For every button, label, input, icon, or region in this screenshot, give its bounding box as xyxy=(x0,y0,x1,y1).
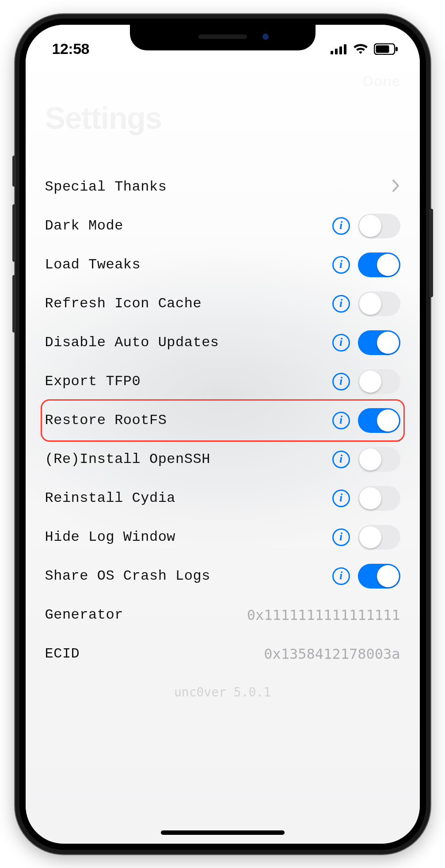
row-label: Refresh Icon Cache xyxy=(45,295,202,312)
row-generator[interactable]: Generator 0x1111111111111111 xyxy=(26,596,420,635)
row-label: Dark Mode xyxy=(45,218,123,234)
row-value: 0x1111111111111111 xyxy=(247,607,400,623)
row-label: (Re)Install OpenSSH xyxy=(45,451,210,467)
row-label: ECID xyxy=(45,646,80,662)
info-icon[interactable]: i xyxy=(332,295,350,313)
info-icon[interactable]: i xyxy=(332,489,350,507)
row-label: Reinstall Cydia xyxy=(45,490,176,506)
row-special-thanks[interactable]: Special Thanks xyxy=(26,168,420,206)
row-hide-log-window: Hide Log Window i xyxy=(26,518,420,557)
row-restore-rootfs: Restore RootFS i xyxy=(26,401,420,440)
toggle-refresh-icon-cache[interactable] xyxy=(358,291,400,316)
chevron-right-icon xyxy=(392,179,400,195)
row-share-os-crash-logs: Share OS Crash Logs i xyxy=(26,557,420,596)
info-icon[interactable]: i xyxy=(332,373,350,390)
info-icon[interactable]: i xyxy=(332,412,350,429)
done-button[interactable]: Done xyxy=(363,73,400,90)
row-label: Disable Auto Updates xyxy=(45,334,219,351)
row-refresh-icon-cache: Refresh Icon Cache i xyxy=(26,284,420,323)
row-disable-auto-updates: Disable Auto Updates i xyxy=(26,323,420,362)
svg-rect-2 xyxy=(339,46,342,54)
toggle-disable-auto-updates[interactable] xyxy=(358,330,400,355)
row-label: Special Thanks xyxy=(45,179,167,195)
toggle-restore-rootfs[interactable] xyxy=(358,408,400,433)
row-dark-mode: Dark Mode i xyxy=(26,206,420,245)
battery-icon xyxy=(374,43,399,55)
cellular-icon xyxy=(331,44,347,54)
notch xyxy=(130,25,316,50)
toggle-load-tweaks[interactable] xyxy=(358,252,400,277)
row-ecid[interactable]: ECID 0x1358412178003a xyxy=(26,635,420,673)
info-icon[interactable]: i xyxy=(332,567,350,585)
info-icon[interactable]: i xyxy=(332,334,350,352)
volume-down-button xyxy=(12,275,16,333)
row-value: 0x1358412178003a xyxy=(264,646,400,662)
row-label: Share OS Crash Logs xyxy=(45,568,210,584)
info-icon[interactable]: i xyxy=(332,256,350,274)
row-export-tfp0: Export TFP0 i xyxy=(26,362,420,401)
info-icon[interactable]: i xyxy=(332,451,350,468)
svg-rect-1 xyxy=(335,49,338,54)
toggle-reinstall-openssh[interactable] xyxy=(358,447,400,472)
side-button xyxy=(430,209,433,297)
svg-rect-3 xyxy=(344,44,346,54)
row-label: Generator xyxy=(45,607,123,623)
wifi-icon xyxy=(353,43,369,55)
svg-rect-5 xyxy=(376,45,389,53)
app-version: unc0ver 5.0.1 xyxy=(26,673,420,700)
row-label: Restore RootFS xyxy=(45,412,167,428)
row-reinstall-cydia: Reinstall Cydia i xyxy=(26,479,420,518)
info-icon[interactable]: i xyxy=(332,528,350,546)
volume-up-button xyxy=(12,204,16,262)
status-time: 12:58 xyxy=(52,40,89,57)
status-icons xyxy=(331,43,399,55)
row-load-tweaks: Load Tweaks i xyxy=(26,245,420,284)
phone-frame: 12:58 xyxy=(15,14,430,854)
toggle-hide-log-window[interactable] xyxy=(358,525,400,550)
row-label: Hide Log Window xyxy=(45,529,176,545)
home-indicator[interactable] xyxy=(161,830,285,835)
mute-switch xyxy=(12,156,16,187)
nav-bar: Done xyxy=(26,65,420,94)
row-label: Load Tweaks xyxy=(45,256,141,273)
row-reinstall-openssh: (Re)Install OpenSSH i xyxy=(26,440,420,479)
toggle-export-tfp0[interactable] xyxy=(358,369,400,394)
settings-list: Special Thanks Dark Mode i xyxy=(26,151,420,700)
toggle-share-os-crash-logs[interactable] xyxy=(358,564,400,589)
row-label: Export TFP0 xyxy=(45,373,141,390)
toggle-reinstall-cydia[interactable] xyxy=(358,486,400,511)
toggle-dark-mode[interactable] xyxy=(358,214,400,238)
info-icon[interactable]: i xyxy=(332,217,350,235)
page-title: Settings xyxy=(45,100,400,136)
svg-rect-6 xyxy=(396,47,398,51)
screen: 12:58 xyxy=(26,25,420,844)
svg-rect-0 xyxy=(331,51,333,54)
